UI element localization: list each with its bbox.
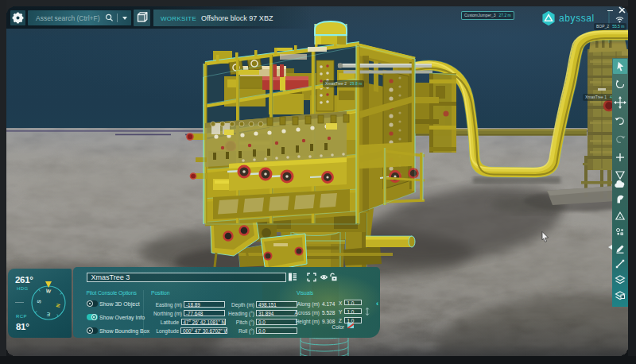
svg-text:E: E [46, 312, 51, 318]
svg-text:S: S [36, 299, 42, 304]
svg-text:W: W [45, 288, 52, 294]
svg-text:N: N [55, 304, 61, 308]
